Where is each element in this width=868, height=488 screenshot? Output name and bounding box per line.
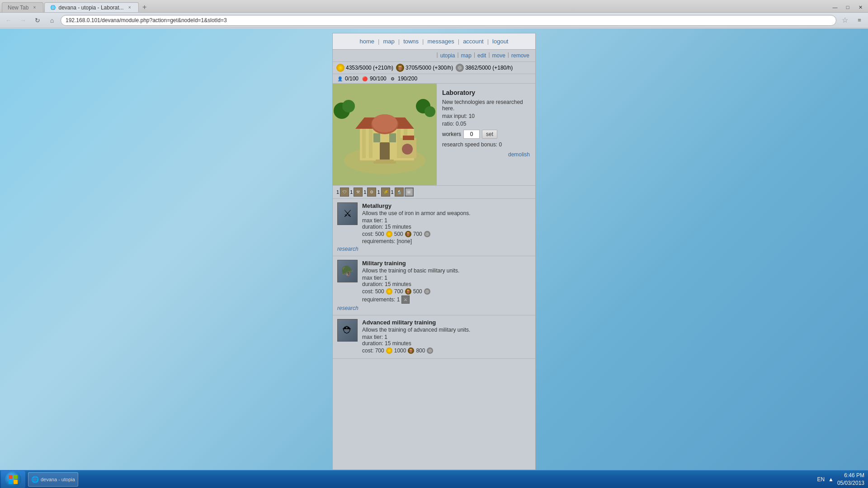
- stat-2: 🔴 90/100: [361, 75, 387, 82]
- adv-cost-label: cost: 700: [362, 347, 384, 354]
- advanced-cost: cost: 700 1000 🪵 800 ⬡: [362, 347, 531, 354]
- tab-close-devana[interactable]: ×: [127, 5, 133, 11]
- toolbar-right: ≡: [854, 14, 865, 26]
- military-duration: duration: 15 minutes: [362, 281, 531, 287]
- research-speed-row: research speed bonus: 0: [442, 141, 530, 148]
- building-max-input: max input: 10: [442, 113, 530, 119]
- slot-icon-2: ⚒: [354, 188, 363, 197]
- military-req: requirements: 1 ⚔: [362, 296, 531, 304]
- svg-rect-24: [9, 480, 13, 484]
- nav-sep-5: |: [486, 37, 490, 46]
- advanced-icon: ⛑: [337, 319, 358, 342]
- wood-resource: 🪵 3705/5000 (+300/h): [396, 64, 453, 72]
- metallurgy-duration: duration: 15 minutes: [362, 224, 531, 230]
- taskbar-chrome-btn[interactable]: 🌐 devana - utopia: [28, 472, 78, 487]
- slot-4[interactable]: 🌾: [381, 188, 390, 197]
- pop-value: 0/100: [345, 75, 359, 82]
- slot-icon-active: 🏛: [405, 188, 414, 197]
- new-tab-button[interactable]: +: [140, 2, 150, 12]
- tab-new-tab[interactable]: New Tab ×: [2, 2, 43, 12]
- action-map[interactable]: map: [459, 52, 474, 60]
- taskbar-chrome-label: devana - utopia: [41, 477, 75, 482]
- slot-1[interactable]: 🛡: [340, 188, 349, 197]
- building-info: Laboratory New technologies are research…: [437, 84, 535, 185]
- wrench-menu-button[interactable]: ≡: [854, 14, 865, 26]
- metallurgy-research-link[interactable]: research: [337, 246, 531, 252]
- slot-num-2: 1: [350, 189, 353, 195]
- nav-sep-4: |: [457, 37, 460, 46]
- slot-icon-3: ⚙: [367, 188, 376, 197]
- svg-point-5: [425, 106, 435, 117]
- stone-resource: ⬡ 3862/5000 (+180/h): [456, 64, 513, 72]
- start-button[interactable]: [1, 471, 25, 488]
- reload-button[interactable]: ↻: [32, 14, 43, 26]
- nav-account[interactable]: account: [460, 37, 486, 46]
- chrome-titlebar: New Tab × 🌐 devana - utopia - Laborat...…: [0, 0, 868, 13]
- chrome-icon: 🌐: [31, 476, 39, 483]
- slot-5[interactable]: 🔬: [395, 188, 404, 197]
- slot-6-active[interactable]: 🏛: [405, 188, 414, 197]
- forward-button[interactable]: →: [17, 14, 29, 26]
- action-bar: | utopia | map | edit | move | remove: [333, 50, 535, 62]
- wood-value: 3705/5000 (+300/h): [406, 65, 453, 71]
- nav-map[interactable]: map: [380, 37, 397, 46]
- adv-cost-gold-icon: [386, 347, 392, 354]
- adv-cost-stone-val: 800: [416, 347, 425, 354]
- research-item-metallurgy: ⚔ Metallurgy Allows the use of iron in a…: [333, 199, 535, 256]
- back-button[interactable]: ←: [3, 14, 14, 26]
- building-title: Laboratory: [442, 89, 530, 96]
- taskbar-language: EN: [817, 476, 825, 483]
- stat-3: ⚙ 190/200: [389, 75, 417, 82]
- military-icon: 🪖: [337, 260, 358, 282]
- nav-logout[interactable]: logout: [490, 37, 511, 46]
- set-button[interactable]: set: [482, 130, 497, 139]
- metallurgy-tier: max tier: 1: [362, 217, 531, 224]
- taskbar-date: 05/03/2013: [837, 479, 864, 487]
- svg-rect-7: [362, 124, 366, 158]
- workers-row: workers set: [442, 130, 530, 139]
- svg-point-3: [342, 100, 355, 113]
- nav-home[interactable]: home: [357, 37, 377, 46]
- slot-3[interactable]: ⚙: [367, 188, 376, 197]
- home-button[interactable]: ⌂: [46, 14, 58, 26]
- chrome-window: New Tab × 🌐 devana - utopia - Laborat...…: [0, 0, 868, 470]
- demolish-link[interactable]: demolish: [442, 151, 530, 158]
- military-research-link[interactable]: research: [337, 305, 531, 311]
- stat-bar: 👤 0/100 🔴 90/100 ⚙ 190/200: [333, 74, 535, 84]
- workers-input[interactable]: [463, 130, 480, 139]
- action-utopia[interactable]: utopia: [438, 52, 458, 60]
- main-split: Laboratory New technologies are research…: [333, 84, 535, 185]
- svg-point-13: [372, 114, 397, 132]
- action-edit[interactable]: edit: [475, 52, 488, 60]
- tab-devana[interactable]: 🌐 devana - utopia - Laborat... ×: [44, 2, 138, 12]
- svg-rect-9: [397, 124, 401, 158]
- nav-towns[interactable]: towns: [401, 37, 421, 46]
- req-label: requirements: 1: [362, 296, 400, 303]
- address-bar[interactable]: 192.168.0.101/devana/module.php?action=g…: [61, 15, 836, 26]
- workers-label: workers: [442, 131, 461, 137]
- cost-stone-icon: ⬡: [424, 231, 430, 237]
- maximize-button[interactable]: □: [842, 3, 854, 11]
- stone-value: 3862/5000 (+180/h): [465, 65, 513, 71]
- adv-cost-stone-icon: ⬡: [427, 347, 433, 354]
- close-button[interactable]: ✕: [854, 3, 866, 11]
- minimize-button[interactable]: —: [829, 3, 841, 11]
- pop-icon: 👤: [336, 75, 344, 82]
- action-remove[interactable]: remove: [509, 52, 532, 60]
- nav-sep-3: |: [421, 37, 425, 46]
- mil-cost-wood-icon: 🪵: [405, 288, 411, 295]
- mil-cost-label: cost: 500: [362, 288, 384, 295]
- metallurgy-cost: cost: 500 500 🪵 700 ⬡: [362, 231, 531, 237]
- svg-rect-16: [380, 142, 390, 160]
- svg-point-21: [402, 144, 413, 155]
- tab-close-new[interactable]: ×: [31, 5, 38, 11]
- bookmark-star-button[interactable]: ☆: [839, 14, 851, 26]
- svg-rect-15: [389, 133, 396, 142]
- slot-2[interactable]: ⚒: [354, 188, 363, 197]
- svg-rect-18: [373, 161, 396, 164]
- cost-wood-icon: 🪵: [405, 231, 411, 237]
- nav-messages[interactable]: messages: [425, 37, 457, 46]
- action-move[interactable]: move: [490, 52, 508, 60]
- slot-num-4: 1: [377, 189, 380, 195]
- stat3-icon: ⚙: [389, 75, 396, 82]
